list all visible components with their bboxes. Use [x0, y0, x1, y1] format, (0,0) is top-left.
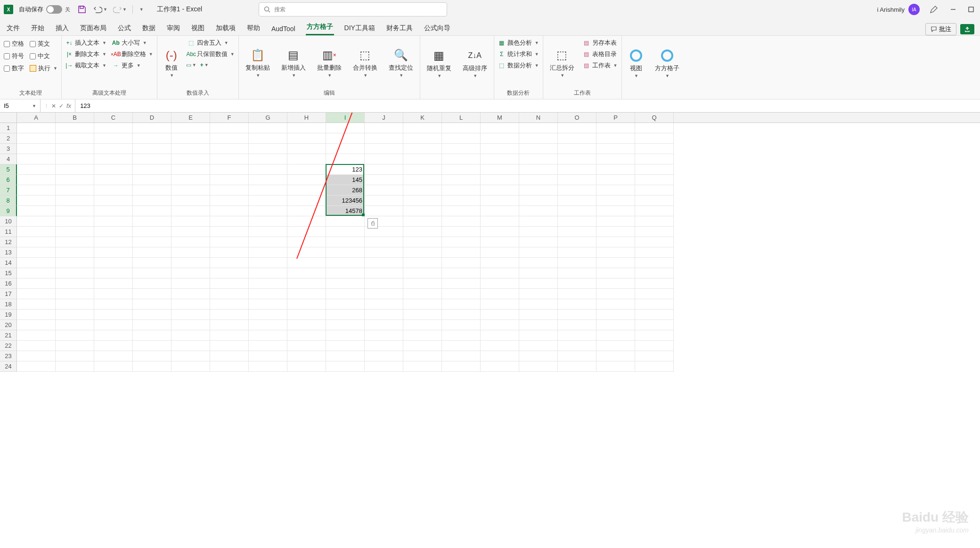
cell-C22[interactable]	[94, 341, 133, 351]
big-merge-convert[interactable]: ⬚合并转换▼	[350, 38, 380, 87]
cell-D15[interactable]	[133, 268, 172, 278]
col-header-O[interactable]: O	[558, 113, 596, 123]
cell-C11[interactable]	[94, 227, 133, 237]
tab-4[interactable]: 公式	[117, 21, 132, 35]
cell-N24[interactable]	[519, 361, 558, 372]
cell-E18[interactable]	[172, 299, 210, 310]
cell-H3[interactable]	[287, 144, 326, 154]
cmd-more[interactable]: →更多▼	[112, 61, 153, 70]
cell-H17[interactable]	[287, 289, 326, 299]
cell-J6[interactable]	[365, 175, 403, 185]
cell-M15[interactable]	[481, 268, 519, 278]
cell-O2[interactable]	[558, 133, 596, 144]
col-header-G[interactable]: G	[249, 113, 287, 123]
cell-Q8[interactable]	[635, 196, 674, 206]
cell-I21[interactable]	[326, 330, 365, 341]
cell-I18[interactable]	[326, 299, 365, 310]
cell-B17[interactable]	[56, 289, 94, 299]
col-header-P[interactable]: P	[596, 113, 635, 123]
spreadsheet-grid[interactable]: ABCDEFGHIJKLMNOPQ 1234567891011121314151…	[0, 113, 980, 548]
cell-H2[interactable]	[287, 133, 326, 144]
cell-Q17[interactable]	[635, 289, 674, 299]
cell-E5[interactable]	[172, 164, 210, 175]
tab-10[interactable]: AudTool	[270, 22, 296, 35]
row-header-13[interactable]: 13	[0, 247, 17, 258]
cell-K9[interactable]	[403, 206, 442, 216]
row-header-19[interactable]: 19	[0, 310, 17, 320]
cell-P8[interactable]	[596, 196, 635, 206]
cell-P1[interactable]	[596, 123, 635, 133]
cell-H20[interactable]	[287, 320, 326, 330]
cell-G8[interactable]	[249, 196, 287, 206]
cell-G3[interactable]	[249, 144, 287, 154]
cell-P14[interactable]	[596, 258, 635, 268]
cell-G1[interactable]	[249, 123, 287, 133]
cell-F3[interactable]	[210, 144, 249, 154]
cell-K18[interactable]	[403, 299, 442, 310]
qat-customize-button[interactable]: ▼	[137, 6, 146, 13]
cell-F1[interactable]	[210, 123, 249, 133]
cell-C17[interactable]	[94, 289, 133, 299]
cell-P5[interactable]	[596, 164, 635, 175]
cell-L19[interactable]	[442, 310, 481, 320]
cell-P9[interactable]	[596, 206, 635, 216]
cell-O15[interactable]	[558, 268, 596, 278]
cell-O6[interactable]	[558, 175, 596, 185]
tab-9[interactable]: 帮助	[246, 21, 261, 35]
cell-L24[interactable]	[442, 361, 481, 372]
cell-H9[interactable]	[287, 206, 326, 216]
row-header-17[interactable]: 17	[0, 289, 17, 299]
cell-B9[interactable]	[56, 206, 94, 216]
cell-N22[interactable]	[519, 341, 558, 351]
big-copy-paste[interactable]: 📋复制粘贴▼	[243, 38, 273, 87]
cell-P21[interactable]	[596, 330, 635, 341]
cell-B22[interactable]	[56, 341, 94, 351]
big-view[interactable]: 视图▼	[626, 38, 646, 89]
cell-H21[interactable]	[287, 330, 326, 341]
cell-B6[interactable]	[56, 175, 94, 185]
cell-Q11[interactable]	[635, 227, 674, 237]
cell-E2[interactable]	[172, 133, 210, 144]
cell-C21[interactable]	[94, 330, 133, 341]
cell-K17[interactable]	[403, 289, 442, 299]
cell-G17[interactable]	[249, 289, 287, 299]
check-chinese[interactable]: 中文	[30, 52, 57, 60]
cell-Q23[interactable]	[635, 351, 674, 361]
cell-J24[interactable]	[365, 361, 403, 372]
cell-J19[interactable]	[365, 310, 403, 320]
cell-E22[interactable]	[172, 341, 210, 351]
cell-A16[interactable]	[17, 278, 56, 289]
cell-I3[interactable]	[326, 144, 365, 154]
cell-G10[interactable]	[249, 216, 287, 227]
cell-F7[interactable]	[210, 185, 249, 196]
cell-F11[interactable]	[210, 227, 249, 237]
cell-N9[interactable]	[519, 206, 558, 216]
cell-G19[interactable]	[249, 310, 287, 320]
name-box[interactable]: I5 ▼	[0, 99, 41, 112]
cell-G13[interactable]	[249, 247, 287, 258]
cell-K24[interactable]	[403, 361, 442, 372]
cell-C5[interactable]	[94, 164, 133, 175]
cell-H10[interactable]	[287, 216, 326, 227]
cell-I17[interactable]	[326, 289, 365, 299]
cell-C10[interactable]	[94, 216, 133, 227]
cell-K12[interactable]	[403, 237, 442, 247]
cell-N18[interactable]	[519, 299, 558, 310]
cell-P7[interactable]	[596, 185, 635, 196]
cell-C19[interactable]	[94, 310, 133, 320]
row-header-1[interactable]: 1	[0, 123, 17, 133]
cell-N3[interactable]	[519, 144, 558, 154]
row-header-3[interactable]: 3	[0, 144, 17, 154]
cell-Q1[interactable]	[635, 123, 674, 133]
tab-6[interactable]: 审阅	[166, 21, 181, 35]
cell-D9[interactable]	[133, 206, 172, 216]
cell-I6[interactable]: 145	[326, 175, 365, 185]
cell-F6[interactable]	[210, 175, 249, 185]
cell-G21[interactable]	[249, 330, 287, 341]
col-header-J[interactable]: J	[365, 113, 403, 123]
cell-A5[interactable]	[17, 164, 56, 175]
cmd-sheet-toc[interactable]: ▤表格目录	[583, 50, 618, 58]
cell-G4[interactable]	[249, 154, 287, 164]
col-header-F[interactable]: F	[210, 113, 249, 123]
cell-A2[interactable]	[17, 133, 56, 144]
